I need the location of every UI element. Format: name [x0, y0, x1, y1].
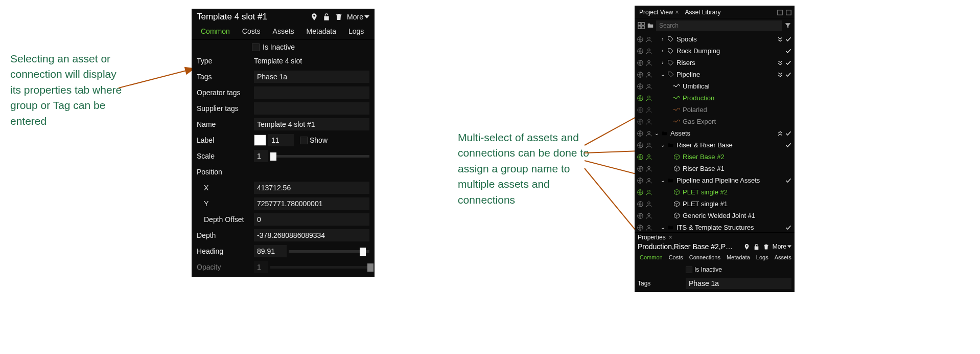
caret-right-icon[interactable]: › [660, 36, 665, 42]
unlock-icon[interactable] [753, 244, 760, 250]
close-icon[interactable]: × [675, 9, 679, 16]
globe-icon [637, 224, 644, 231]
tab-costs[interactable]: Costs [666, 252, 686, 262]
more-menu[interactable]: More [347, 13, 369, 21]
caret-right-icon[interactable]: › [660, 60, 665, 65]
tab-common[interactable]: Common [637, 252, 666, 262]
tab-metadata[interactable]: Metadata [300, 24, 342, 39]
caret-right-icon[interactable]: › [660, 48, 665, 54]
filter-icon[interactable] [784, 22, 791, 29]
tree-row[interactable]: Riser Base #1 [635, 163, 795, 174]
caret-down-icon[interactable]: ⌄ [654, 130, 659, 136]
tab-project-view[interactable]: Project View× [638, 8, 681, 17]
person-icon [645, 118, 652, 125]
tree-item-label: Production [683, 94, 714, 102]
chevron-double-down-icon[interactable] [777, 36, 783, 42]
is-inactive-label: Is Inactive [694, 266, 722, 273]
tab-assets[interactable]: Assets [267, 24, 300, 39]
trash-icon[interactable] [335, 13, 343, 21]
supplier-tags-input[interactable] [254, 102, 369, 115]
caret-down-icon[interactable]: ⌄ [660, 178, 665, 183]
chevron-double-down-icon[interactable] [777, 60, 783, 66]
detach-icon[interactable] [786, 10, 791, 15]
type-value: Template 4 slot [254, 57, 302, 65]
check-icon[interactable] [785, 225, 791, 231]
show-checkbox[interactable] [300, 137, 308, 144]
properties-panel: Template 4 slot #1 More Common Costs Ass… [192, 9, 375, 277]
tab-asset-library[interactable]: Asset Library [684, 8, 722, 17]
tree-row[interactable]: Generic Welded Joint #1 [635, 210, 795, 222]
tags-input[interactable] [686, 278, 791, 289]
multi-properties-tabs: Common Costs Connections Metadata Logs A… [635, 252, 795, 262]
new-folder-icon[interactable] [647, 22, 654, 29]
tree-row[interactable]: Polarled [635, 104, 795, 116]
properties-panel-tab[interactable]: Properties [638, 234, 666, 241]
check-icon[interactable] [785, 130, 791, 137]
pin-icon[interactable] [310, 13, 318, 21]
tree-row[interactable]: ›Risers [635, 57, 795, 69]
check-icon[interactable] [785, 142, 791, 148]
check-icon[interactable] [785, 178, 791, 184]
globe-icon [637, 95, 644, 102]
chevron-double-up-icon[interactable] [777, 130, 783, 137]
tree-row[interactable]: Production [635, 92, 795, 104]
maximize-icon[interactable] [777, 10, 783, 15]
tree-item-label: Spools [676, 35, 697, 43]
pin-icon[interactable] [743, 244, 750, 250]
tree-row[interactable]: ›Rock Dumping [635, 45, 795, 57]
opacity-input[interactable] [254, 261, 268, 273]
label-color-swatch[interactable] [254, 135, 266, 146]
tab-logs[interactable]: Logs [342, 24, 370, 39]
tree-row[interactable]: ⌄Assets [635, 127, 795, 139]
tree-row[interactable]: ⌄Pipeline [635, 69, 795, 80]
depth-offset-input[interactable] [254, 213, 369, 226]
trash-icon[interactable] [763, 244, 769, 250]
name-input[interactable] [254, 118, 369, 130]
y-input[interactable] [254, 197, 369, 210]
tree-row[interactable]: Gas Export [635, 116, 795, 127]
annotation-right: Multi-select of assets and connections c… [458, 130, 591, 208]
tree-row[interactable]: PLET single #2 [635, 186, 795, 198]
tree-row[interactable]: Riser Base #2 [635, 151, 795, 163]
unlock-icon[interactable] [322, 13, 331, 21]
label-input[interactable] [268, 134, 294, 146]
check-icon[interactable] [785, 48, 791, 54]
tab-assets[interactable]: Assets [772, 252, 795, 262]
tree-row[interactable]: PLET single #1 [635, 198, 795, 210]
properties-titlebar: Template 4 slot #1 More [192, 9, 375, 24]
chevron-double-down-icon[interactable] [777, 72, 783, 78]
search-input[interactable] [656, 20, 782, 31]
scale-slider[interactable] [270, 155, 369, 158]
is-inactive-checkbox[interactable] [252, 43, 260, 51]
tab-common[interactable]: Common [195, 24, 236, 39]
tab-metadata[interactable]: Metadata [724, 252, 753, 262]
tree-row[interactable]: Umbilical [635, 80, 795, 92]
tags-input[interactable] [254, 71, 369, 83]
tree-row[interactable]: ⌄ITS & Template Structures [635, 222, 795, 233]
check-icon[interactable] [785, 72, 791, 78]
caret-down-icon[interactable]: ⌄ [660, 72, 665, 77]
tab-costs[interactable]: Costs [236, 24, 267, 39]
heading-slider[interactable] [289, 250, 369, 253]
tab-connections[interactable]: Connections [686, 252, 724, 262]
opacity-slider[interactable] [270, 266, 369, 269]
tree-row[interactable]: ›Spools [635, 33, 795, 45]
x-input[interactable] [254, 182, 369, 194]
hierarchy-icon[interactable] [638, 22, 645, 29]
check-icon[interactable] [785, 36, 791, 42]
caret-down-icon[interactable]: ⌄ [660, 142, 665, 148]
heading-input[interactable] [254, 245, 287, 257]
caret-down-icon[interactable]: ⌄ [660, 225, 665, 230]
person-icon [645, 189, 652, 196]
operator-tags-input[interactable] [254, 86, 369, 99]
tree-row[interactable]: ⌄Riser & Riser Base [635, 139, 795, 151]
close-icon[interactable]: × [669, 234, 672, 241]
scale-input[interactable] [254, 150, 268, 162]
is-inactive-checkbox[interactable] [686, 267, 692, 273]
tab-logs[interactable]: Logs [753, 252, 772, 262]
tree-row[interactable]: ⌄Pipeline and Pipeline Assets [635, 174, 795, 186]
more-menu[interactable]: More [773, 243, 791, 250]
is-inactive-label: Is Inactive [263, 43, 295, 51]
check-icon[interactable] [785, 60, 791, 66]
depth-input[interactable] [254, 229, 369, 241]
